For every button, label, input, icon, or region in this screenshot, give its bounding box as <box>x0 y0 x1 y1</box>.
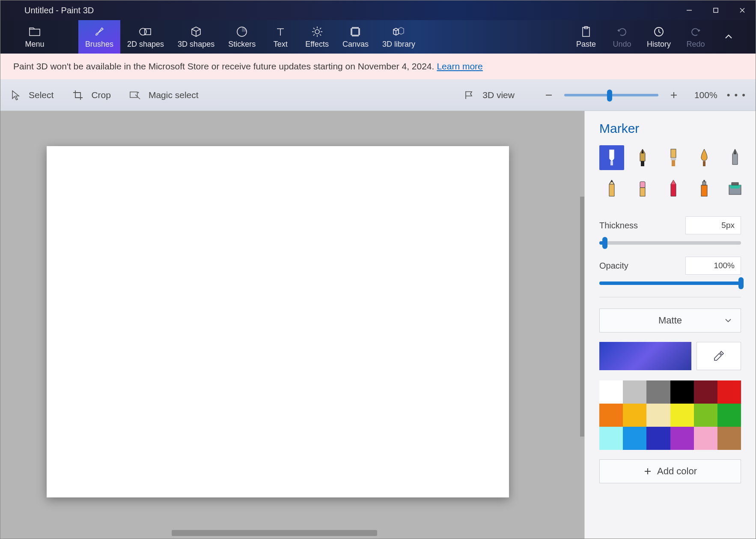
color-swatch[interactable] <box>670 380 694 404</box>
color-swatch[interactable] <box>623 427 646 450</box>
zoom-slider-thumb[interactable] <box>607 90 612 102</box>
svg-rect-25 <box>130 92 137 97</box>
shapes2d-icon <box>139 25 152 38</box>
brush-oil-brush[interactable] <box>661 145 686 170</box>
zoom-in-button[interactable] <box>665 87 682 104</box>
color-swatch[interactable] <box>694 404 717 427</box>
opacity-input[interactable]: 100% <box>685 257 741 275</box>
color-swatch[interactable] <box>694 427 717 450</box>
opacity-slider[interactable] <box>599 281 741 285</box>
color-swatch[interactable] <box>623 380 646 404</box>
add-color-button[interactable]: Add color <box>599 459 741 483</box>
opacity-slider-thumb[interactable] <box>738 277 744 289</box>
tab-3dlibrary[interactable]: 3D library <box>375 20 422 54</box>
undo-icon <box>616 25 628 38</box>
zoom-percent: 100% <box>694 90 717 100</box>
minimize-button[interactable] <box>676 0 702 20</box>
eyedropper-icon <box>713 350 725 362</box>
cube-icon <box>190 25 202 38</box>
thickness-slider-thumb[interactable] <box>602 237 607 249</box>
tab-label: Text <box>274 40 288 49</box>
tab-canvas[interactable]: Canvas <box>336 20 375 54</box>
redo-button[interactable]: Redo <box>678 20 714 54</box>
color-swatch[interactable] <box>717 427 741 450</box>
magic-select-label: Magic select <box>149 90 199 100</box>
close-button[interactable] <box>729 0 756 20</box>
panel-title: Marker <box>599 121 741 136</box>
svg-rect-29 <box>610 161 613 165</box>
brush-spray-can[interactable] <box>692 176 717 201</box>
paste-button[interactable]: Paste <box>568 20 604 54</box>
tab-label: 3D shapes <box>178 40 214 49</box>
thickness-label: Thickness <box>599 221 638 231</box>
canvas-icon <box>350 25 361 38</box>
svg-point-8 <box>315 30 319 34</box>
side-panel: Marker Thickness 5px Opacity 100% Matte <box>584 111 756 539</box>
divider <box>599 297 741 297</box>
svg-rect-33 <box>672 160 675 166</box>
select-tool[interactable]: Select <box>10 90 54 101</box>
history-button[interactable]: History <box>640 20 678 54</box>
zoom-out-button[interactable] <box>540 87 557 104</box>
thickness-slider[interactable] <box>599 241 741 245</box>
eyedropper-button[interactable] <box>696 342 741 370</box>
color-swatch[interactable] <box>599 427 623 450</box>
current-color[interactable] <box>599 342 691 370</box>
svg-rect-17 <box>352 28 359 35</box>
brush-fill[interactable] <box>723 176 747 201</box>
svg-rect-35 <box>640 182 645 188</box>
brush-watercolor[interactable] <box>692 145 717 170</box>
material-dropdown[interactable]: Matte <box>599 308 741 332</box>
color-swatch[interactable] <box>646 404 670 427</box>
svg-rect-37 <box>701 185 707 196</box>
select-label: Select <box>29 90 54 100</box>
tab-brushes[interactable]: Brushes <box>78 20 120 54</box>
tab-2dshapes[interactable]: 2D shapes <box>120 20 171 54</box>
menu-button[interactable]: Menu <box>17 20 53 54</box>
tab-effects[interactable]: Effects <box>298 20 336 54</box>
magic-select-tool[interactable]: Magic select <box>130 90 199 101</box>
tab-text[interactable]: Text <box>262 20 298 54</box>
color-swatch[interactable] <box>646 427 670 450</box>
3d-view-toggle[interactable]: 3D view <box>464 90 515 101</box>
collapse-ribbon-button[interactable] <box>714 20 744 54</box>
tab-stickers[interactable]: Stickers <box>221 20 262 54</box>
tab-label: Effects <box>305 40 329 49</box>
tab-3dshapes[interactable]: 3D shapes <box>171 20 221 54</box>
folder-icon <box>29 25 40 38</box>
thickness-input[interactable]: 5px <box>685 216 741 234</box>
color-swatch[interactable] <box>623 404 646 427</box>
color-swatch[interactable] <box>599 380 623 404</box>
color-swatch[interactable] <box>670 404 694 427</box>
maximize-button[interactable] <box>702 0 729 20</box>
svg-line-16 <box>313 34 315 36</box>
svg-rect-1 <box>714 8 718 12</box>
ribbon-tabs: Brushes2D shapes3D shapesStickersTextEff… <box>78 20 422 54</box>
color-swatch[interactable] <box>717 404 741 427</box>
vertical-scrollbar[interactable] <box>580 197 584 437</box>
color-swatch[interactable] <box>694 380 717 404</box>
canvas[interactable] <box>47 146 509 497</box>
more-button[interactable]: • • • <box>727 90 746 101</box>
horizontal-scrollbar[interactable] <box>172 530 377 536</box>
redo-icon <box>690 25 701 38</box>
brush-pencil[interactable] <box>599 176 624 201</box>
svg-rect-32 <box>671 158 676 160</box>
app-window: Untitled - Paint 3D Menu Brushes2D shape… <box>0 0 756 539</box>
undo-button[interactable]: Undo <box>604 20 640 54</box>
color-swatch[interactable] <box>646 380 670 404</box>
crop-tool[interactable]: Crop <box>72 90 111 101</box>
brush-calligraphy[interactable] <box>630 145 655 170</box>
3d-view-label: 3D view <box>482 90 515 100</box>
color-swatch[interactable] <box>717 380 741 404</box>
color-swatch[interactable] <box>670 427 694 450</box>
color-swatch[interactable] <box>599 404 623 427</box>
learn-more-link[interactable]: Learn more <box>437 61 482 72</box>
brush-pixel-pen[interactable] <box>723 145 747 170</box>
brush-eraser[interactable] <box>630 176 655 201</box>
zoom-slider[interactable] <box>564 94 658 96</box>
svg-rect-34 <box>703 161 705 166</box>
brush-marker[interactable] <box>599 145 624 170</box>
brush-crayon[interactable] <box>661 176 686 201</box>
redo-label: Redo <box>686 40 705 49</box>
